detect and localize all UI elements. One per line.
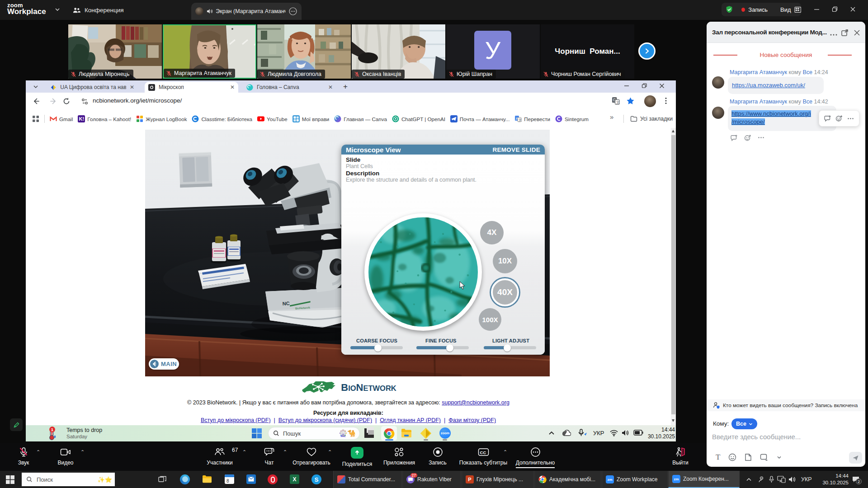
svg-text:文: 文 <box>616 100 620 104</box>
svg-text:K!: K! <box>79 116 85 122</box>
svg-text:CC: CC <box>480 450 486 455</box>
svg-text:文: 文 <box>519 118 522 122</box>
svg-text:NC: NC <box>282 300 290 306</box>
